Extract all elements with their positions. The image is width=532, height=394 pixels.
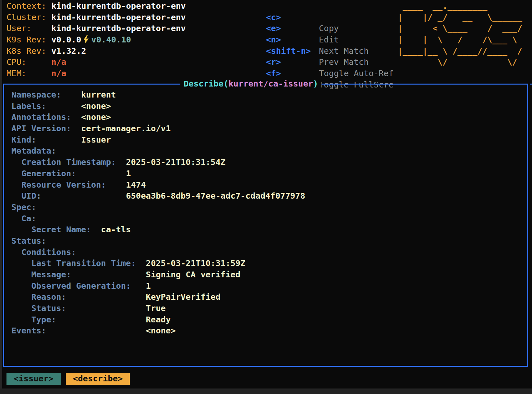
describe-pad — [71, 112, 81, 122]
describe-value: <none> — [146, 326, 176, 335]
shortcut-action: Next Match — [319, 45, 369, 57]
describe-line: Metadata: — [11, 145, 521, 156]
describe-pad — [66, 292, 146, 302]
logo-line: ____ __.________ — [398, 0, 522, 12]
info-value: v0.0.0 — [51, 35, 81, 44]
describe-line: Message: Signing CA verified — [11, 269, 521, 280]
window-edge-bottom — [0, 388, 532, 394]
describe-key: Status: — [11, 236, 46, 246]
shortcut-key: <f> — [266, 68, 281, 79]
shortcut-row: <e> Edit — [266, 12, 306, 23]
describe-pad — [46, 101, 81, 111]
describe-key: Status: — [11, 303, 66, 313]
logo-line: | | \ / /\___ \ — [398, 34, 522, 45]
describe-line: Ca: — [11, 213, 521, 224]
describe-pad — [131, 281, 146, 291]
describe-line: Reason: KeyPairVerified — [11, 291, 521, 303]
describe-line: Kind: Issuer — [11, 134, 521, 145]
describe-key: Last Transition Time: — [11, 258, 136, 268]
describe-line: Status: True — [11, 303, 521, 314]
shortcut-row: <n> Next Match — [266, 23, 306, 34]
describe-line: Labels: <none> — [11, 100, 521, 112]
describe-line: Conditions: — [11, 247, 521, 258]
describe-key: Labels: — [11, 101, 46, 111]
describe-key: Type: — [11, 315, 56, 324]
shortcut-action: Edit — [319, 34, 339, 45]
describe-line: Events: <none> — [11, 325, 521, 336]
describe-pad — [106, 180, 126, 190]
describe-pad — [71, 123, 81, 133]
describe-line: Spec: — [11, 202, 521, 213]
describe-key: UID: — [11, 191, 41, 201]
describe-value: <none> — [81, 101, 111, 111]
cluster-info: Context: kind-kurrentdb-operator-env Clu… — [6, 0, 186, 79]
describe-pad — [136, 258, 146, 268]
shortcut-row: <shift-n> Prev Match — [266, 34, 306, 45]
k9s-logo: ____ __.________ | |/ _/ __ \______ | < … — [398, 0, 522, 68]
describe-value: 2025-03-21T10:31:59Z — [146, 258, 246, 268]
panel-corner-fragment — [530, 84, 532, 85]
describe-line: Generation: 1 — [11, 168, 521, 179]
breadcrumb-describe[interactable]: <describe> — [66, 373, 130, 385]
describe-pad — [56, 315, 146, 324]
breadcrumb-issuer[interactable]: <issuer> — [6, 373, 61, 385]
breadcrumb: <issuer> <describe> — [6, 373, 130, 385]
describe-pad — [116, 157, 126, 167]
describe-key: Resource Version: — [11, 180, 106, 190]
describe-key: Observed Generation: — [11, 281, 131, 291]
describe-line: Namespace: kurrent — [11, 89, 521, 100]
shortcut-row: <r> Toggle Auto-Ref — [266, 45, 306, 57]
info-label: CPU: — [6, 57, 51, 67]
describe-line: Annotations: <none> — [11, 111, 521, 123]
info-value: n/a — [51, 57, 66, 67]
describe-value: 1474 — [126, 180, 146, 190]
describe-pad — [61, 90, 81, 99]
info-value: kind-kurrentdb-operator-env — [51, 23, 186, 33]
describe-key: Secret Name: — [11, 225, 91, 234]
shortcut-row: <f> Toggle FullScre — [266, 56, 306, 68]
describe-key: Message: — [11, 270, 71, 279]
describe-value: <none> — [81, 112, 111, 122]
logo-line: |____|__ \ /____//____ / — [398, 45, 522, 57]
logo-line: | |/ _/ __ \______ — [398, 12, 522, 23]
info-value: n/a — [51, 68, 66, 78]
describe-pad — [91, 225, 101, 234]
describe-key: Reason: — [11, 292, 66, 302]
describe-line: Resource Version: 1474 — [11, 179, 521, 191]
describe-value: Ready — [146, 315, 171, 324]
panel-title: Describe(kurrent/ca-issuer) — [180, 78, 321, 89]
info-row-cpu: CPU: n/a — [6, 56, 186, 68]
info-label: Context: — [6, 1, 51, 11]
describe-key: Metadata: — [11, 146, 56, 156]
info-value: kind-kurrentdb-operator-env — [51, 1, 186, 11]
shortcut-action: Toggle Auto-Ref — [319, 68, 393, 79]
describe-line: Type: Ready — [11, 314, 521, 325]
describe-panel: Namespace: kurrent Labels: <none> Annota… — [3, 84, 528, 367]
describe-content[interactable]: Namespace: kurrent Labels: <none> Annota… — [4, 85, 527, 366]
describe-pad — [71, 270, 146, 279]
info-label: Cluster: — [6, 12, 51, 22]
describe-line: Secret Name: ca-tls — [11, 224, 521, 235]
info-label: MEM: — [6, 68, 51, 78]
describe-line: API Version: cert-manager.io/v1 — [11, 123, 521, 134]
info-row-k8s-rev: K8s Rev: v1.32.2 — [6, 45, 186, 57]
shortcut-row: <c> Copy — [266, 0, 306, 12]
describe-pad — [76, 168, 126, 178]
describe-value: 1 — [126, 168, 131, 178]
upgrade-bolt-icon — [83, 35, 89, 44]
info-value: v1.32.2 — [51, 46, 86, 56]
panel-title-suffix: ) — [313, 79, 318, 88]
describe-value: KeyPairVerified — [146, 292, 221, 302]
panel-title-prefix: Describe( — [184, 79, 228, 88]
describe-line: Last Transition Time: 2025-03-21T10:31:5… — [11, 258, 521, 269]
describe-value: ca-tls — [101, 225, 131, 234]
describe-key: Generation: — [11, 168, 76, 178]
describe-line: Status: — [11, 235, 521, 247]
describe-pad — [66, 303, 146, 313]
describe-value: Signing CA verified — [146, 270, 241, 279]
info-label: K8s Rev: — [6, 46, 51, 56]
describe-key: Spec: — [11, 202, 36, 212]
describe-key: Annotations: — [11, 112, 71, 122]
info-row-user: User: kind-kurrentdb-operator-env — [6, 23, 186, 34]
describe-line: Observed Generation: 1 — [11, 280, 521, 292]
